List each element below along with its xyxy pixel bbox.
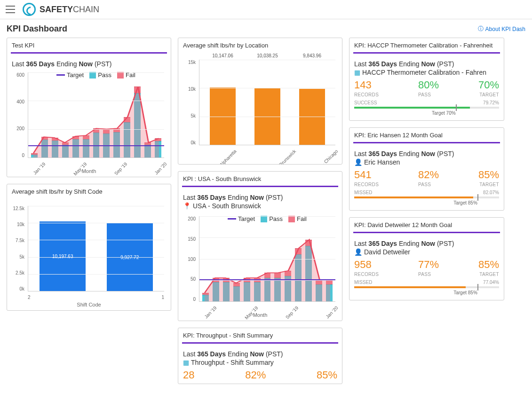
records-label: RECORDS xyxy=(354,182,379,187)
progress-bar xyxy=(354,286,499,288)
pass-value: 77% xyxy=(418,259,439,271)
pass-label: PASS xyxy=(418,272,439,277)
doc-icon: ▦ xyxy=(183,359,189,366)
period-text: Last 365 Days Ending Now (PST) xyxy=(354,240,499,247)
sub-label: USA - South Brunswick xyxy=(193,202,261,210)
sub-label: David Detweiler xyxy=(364,248,410,256)
about-label: About KPI Dash xyxy=(485,26,525,32)
card-title: Test KPI xyxy=(7,38,171,52)
progress-bar xyxy=(354,197,499,198)
target-label-text: Target 70% xyxy=(354,110,499,116)
records-value: 143 xyxy=(354,79,379,91)
records-value: 541 xyxy=(354,169,379,181)
user-icon: 👤 xyxy=(354,248,362,256)
user-icon: 👤 xyxy=(354,158,362,166)
chart-location: 15k10k5k0k 10,147.0610,038.259,843.96 US… xyxy=(183,56,337,159)
pct-label: 79.72% xyxy=(483,100,499,105)
card-title: KPI: Eric Hansen 12 Month Goal xyxy=(349,128,504,142)
card-location[interactable]: Average shift lbs/hr by Location 15k10k5… xyxy=(178,38,342,165)
status-label: MISSED xyxy=(354,280,372,285)
period-text: Last 365 Days Ending Now (PST) xyxy=(183,350,337,358)
card-title: KPI: David Detweiler 12 Month Goal xyxy=(349,218,504,232)
sub-label: Eric Hansen xyxy=(364,158,400,166)
period-text: Last 365 Days Ending Now (PST) xyxy=(183,194,337,201)
chart-test-kpi: Target Pass Fail 6004002000 Jan '19May '… xyxy=(12,69,166,172)
target-label-text: Target 85% xyxy=(354,290,499,295)
sub-label: Throughput - Shift Summary xyxy=(191,359,274,366)
logo-light: CHAIN xyxy=(73,5,99,15)
logo-icon xyxy=(23,3,36,16)
card-title: KPI: HACCP Thermometer Calibration - Fah… xyxy=(349,38,504,52)
target-value: 85% xyxy=(317,369,337,381)
logo-bold: SAFETY xyxy=(40,5,73,15)
pct-label: 82.07% xyxy=(483,190,499,195)
chart-sb: Target Pass Fail 200150100500 Jan '19May… xyxy=(183,212,337,316)
target-value: 70% xyxy=(478,79,499,91)
doc-icon: ▦ xyxy=(354,69,360,76)
chart-shift-code: 12.5k10k7.5k5k2.5k0k 10,197.639,927.72 2… xyxy=(12,202,166,306)
period-text: Last 365 Days Ending Now (PST) xyxy=(12,60,166,68)
pass-label: PASS xyxy=(418,182,439,187)
pin-icon: 📍 xyxy=(183,202,191,210)
card-haccp[interactable]: KPI: HACCP Thermometer Calibration - Fah… xyxy=(349,38,504,121)
page-title: KPI Dashboard xyxy=(7,24,67,34)
help-icon: ⓘ xyxy=(478,25,484,33)
top-bar: SAFETYCHAIN xyxy=(0,0,532,19)
period-text: Last 365 Days Ending Now (PST) xyxy=(354,60,499,68)
target-label: TARGET xyxy=(478,182,499,187)
card-title: KPI : USA - South Brunswick xyxy=(178,172,342,186)
target-value: 85% xyxy=(478,169,499,181)
about-link[interactable]: ⓘ About KPI Dash xyxy=(478,25,525,33)
target-label: TARGET xyxy=(478,92,499,97)
app-logo[interactable]: SAFETYCHAIN xyxy=(23,3,99,16)
card-title: Average shift lbs/hr by Shift Code xyxy=(7,184,171,198)
card-david[interactable]: KPI: David Detweiler 12 Month Goal Last … xyxy=(349,217,504,300)
pass-label: PASS xyxy=(418,92,439,97)
target-label-text: Target 85% xyxy=(354,200,499,205)
card-shift-code[interactable]: Average shift lbs/hr by Shift Code 12.5k… xyxy=(7,184,171,311)
status-label: SUCCESS xyxy=(354,100,377,105)
records-label: RECORDS xyxy=(354,92,379,97)
card-south-brunswick[interactable]: KPI : USA - South Brunswick Last 365 Day… xyxy=(178,171,342,321)
card-title: Average shift lbs/hr by Location xyxy=(178,38,342,52)
pass-value: 80% xyxy=(418,79,439,91)
period-text: Last 365 Days Ending Now (PST) xyxy=(354,150,499,157)
pass-value: 82% xyxy=(418,169,439,181)
menu-icon[interactable] xyxy=(6,6,15,13)
target-value: 85% xyxy=(478,259,499,271)
card-test-kpi[interactable]: Test KPI Last 365 Days Ending Now (PST) … xyxy=(7,38,171,177)
progress-bar xyxy=(354,107,499,109)
records-value: 958 xyxy=(354,259,379,271)
card-eric[interactable]: KPI: Eric Hansen 12 Month Goal Last 365 … xyxy=(349,127,504,211)
records-label: RECORDS xyxy=(354,272,379,277)
kpi-column: KPI: HACCP Thermometer Calibration - Fah… xyxy=(349,38,504,300)
pass-value: 82% xyxy=(245,369,266,381)
card-throughput[interactable]: KPI: Throughput - Shift Summary Last 365… xyxy=(178,328,342,384)
records-value: 28 xyxy=(183,369,194,381)
target-label: TARGET xyxy=(478,272,499,277)
pct-label: 77.04% xyxy=(483,280,499,285)
status-label: MISSED xyxy=(354,190,372,195)
sub-label: HACCP Thermometer Calibration - Fahren xyxy=(362,69,486,76)
card-title: KPI: Throughput - Shift Summary xyxy=(178,328,342,342)
